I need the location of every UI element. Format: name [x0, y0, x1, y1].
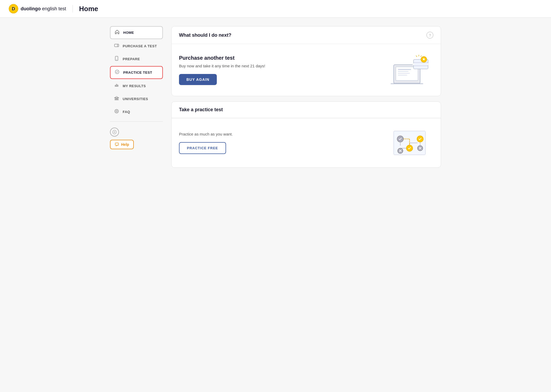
- svg-rect-19: [398, 75, 407, 76]
- practice-description: Practice as much as you want.: [179, 132, 233, 136]
- sidebar-item-results[interactable]: MY RESULTS: [110, 80, 163, 92]
- svg-point-21: [412, 63, 415, 65]
- svg-point-4: [116, 59, 117, 60]
- svg-rect-8: [117, 98, 118, 100]
- sidebar-extra-icon[interactable]: [110, 128, 119, 137]
- purchase-test-content: Purchase another test Buy now and take i…: [179, 55, 386, 85]
- logo-area: D duolingo english test: [8, 4, 66, 14]
- what-next-help-icon[interactable]: ?: [426, 32, 433, 39]
- practice-card-header: Take a practice test: [172, 102, 441, 118]
- practice-content: Practice as much as you want. PRACTICE F…: [179, 132, 233, 154]
- logo-text: duolingo english test: [21, 6, 66, 12]
- svg-text:D: D: [12, 6, 15, 11]
- help-chat-icon: [115, 142, 119, 147]
- sidebar-item-prepare[interactable]: PREPARE: [110, 53, 163, 65]
- sidebar-item-universities-label: UNIVERSITIES: [123, 97, 148, 101]
- practice-free-button[interactable]: PRACTICE FREE: [179, 142, 226, 154]
- svg-point-11: [116, 111, 117, 112]
- page-title: Home: [79, 5, 98, 13]
- ticket-icon: [114, 43, 120, 49]
- sidebar-bottom: Help: [110, 128, 163, 149]
- results-icon: [114, 83, 120, 89]
- practice-title: Take a practice test: [179, 107, 223, 113]
- what-next-card-body: Purchase another test Buy now and take i…: [172, 44, 441, 96]
- phone-icon: [114, 56, 120, 62]
- svg-point-9: [115, 109, 118, 113]
- practice-icon: [114, 69, 120, 76]
- sidebar-item-universities[interactable]: UNIVERSITIES: [110, 93, 163, 105]
- sidebar-item-purchase[interactable]: PURCHASE A TEST: [110, 40, 163, 52]
- sidebar-item-faq-label: FAQ: [123, 110, 130, 114]
- svg-rect-16: [398, 69, 411, 70]
- sidebar-item-purchase-label: PURCHASE A TEST: [123, 44, 157, 48]
- sidebar-item-prepare-label: PREPARE: [123, 57, 140, 61]
- sidebar-item-practice-test[interactable]: PRACTICE TEST: [110, 66, 163, 79]
- sidebar: HOME PURCHASE A TEST PREPARE: [110, 26, 163, 168]
- svg-rect-6: [115, 98, 116, 100]
- practice-card: Take a practice test Practice as much as…: [171, 101, 441, 168]
- sidebar-item-practice-label: PRACTICE TEST: [123, 71, 152, 74]
- purchase-illustration: [386, 52, 433, 88]
- svg-rect-2: [114, 44, 119, 47]
- svg-rect-13: [115, 143, 118, 145]
- duolingo-logo-icon: D: [8, 4, 19, 14]
- faq-icon: [114, 109, 120, 115]
- buy-again-button[interactable]: BUY AGAIN: [179, 74, 217, 85]
- header-divider: [72, 5, 73, 12]
- home-icon: [114, 29, 120, 36]
- header: D duolingo english test Home: [0, 0, 551, 18]
- help-button[interactable]: Help: [110, 140, 134, 149]
- sidebar-item-home[interactable]: HOME: [110, 26, 163, 39]
- universities-icon: [114, 96, 120, 102]
- svg-point-22: [427, 63, 429, 65]
- what-next-card-header: What should I do next? ?: [172, 26, 441, 44]
- what-next-card: What should I do next? ? Purchase anothe…: [171, 26, 441, 96]
- main-layout: HOME PURCHASE A TEST PREPARE: [104, 26, 447, 168]
- sidebar-divider: [110, 122, 163, 122]
- what-next-title: What should I do next?: [179, 32, 231, 38]
- main-content: What should I do next? ? Purchase anothe…: [171, 26, 441, 168]
- sidebar-item-faq[interactable]: FAQ: [110, 106, 163, 118]
- practice-card-body: Practice as much as you want. PRACTICE F…: [172, 118, 441, 167]
- svg-rect-18: [398, 73, 410, 74]
- svg-rect-7: [116, 98, 117, 100]
- sidebar-item-home-label: HOME: [123, 31, 134, 35]
- svg-rect-17: [398, 71, 408, 72]
- purchase-another-test-title: Purchase another test: [179, 55, 386, 61]
- svg-point-10: [116, 110, 118, 112]
- purchase-description: Buy now and take it any time in the next…: [179, 64, 386, 68]
- practice-illustration: [386, 126, 433, 160]
- sidebar-item-results-label: MY RESULTS: [123, 84, 146, 88]
